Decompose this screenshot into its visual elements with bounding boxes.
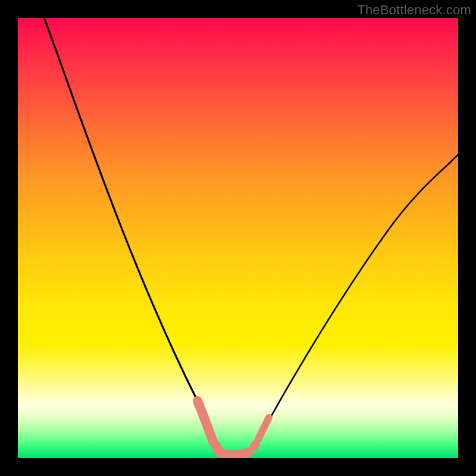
highlight-bottom-segment (219, 452, 249, 455)
watermark-text: TheBottleneck.com (357, 2, 471, 18)
highlight-right-dot (253, 444, 256, 447)
curve-layer (18, 18, 458, 458)
curve-right (258, 155, 458, 440)
highlight-left-segment (198, 401, 213, 441)
chart-area (18, 18, 458, 458)
highlight-right-segment (258, 418, 269, 439)
curve-left (44, 18, 214, 440)
